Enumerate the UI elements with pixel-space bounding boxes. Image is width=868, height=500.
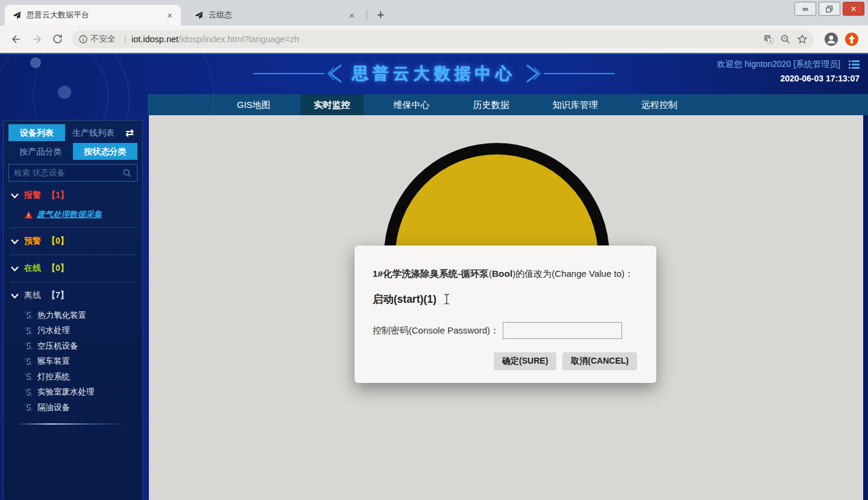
unlink-icon (24, 326, 33, 335)
offline-device-item[interactable]: 隔油设备 (24, 400, 137, 416)
password-row: 控制密码(Console Password)： (373, 322, 638, 339)
unlink-icon (24, 372, 33, 381)
dialog-buttons: 确定(SURE) 取消(CANCEL) (373, 352, 638, 370)
close-tab-icon[interactable]: × (165, 10, 175, 21)
tree-group-online[interactable]: 在线 【0】 (11, 261, 137, 276)
console-password-input[interactable] (503, 322, 622, 339)
tree-group-alarm[interactable]: 报警 【1】 (11, 188, 137, 203)
offline-device-item[interactable]: 灯控系统 (24, 369, 137, 385)
url-path: /idosp/index.html?language=zh (178, 34, 299, 44)
device-label: 实验室废水处理 (37, 387, 95, 397)
nav-item-remote[interactable]: 远程控制 (628, 94, 691, 115)
device-search-box (8, 164, 137, 182)
tab-title: 云组态 (209, 10, 347, 21)
tab-by-status[interactable]: 按状态分类 (73, 143, 137, 160)
dialog-message: 1#化学洗涤除臭系统-循环泵(Bool)的值改为(Change Value to… (373, 267, 638, 280)
group-count: 【0】 (47, 236, 69, 247)
datetime-text: 2020-06-03 17:13:07 (717, 74, 860, 83)
left-pane: 设备列表 生产线列表 ⇄ 按产品分类 按状态分类 (0, 115, 149, 500)
alarm-device-item[interactable]: 废气处理数据采集 (24, 207, 137, 222)
offline-device-item[interactable]: 实验室废水处理 (24, 385, 137, 400)
browser-tab-inactive[interactable]: 云组态 × (187, 5, 363, 25)
group-count: 【0】 (47, 263, 69, 274)
tab-by-product[interactable]: 按产品分类 (8, 143, 73, 160)
group-label: 在线 (24, 263, 41, 274)
device-label: 隔油设备 (37, 402, 70, 413)
tab-production-line-list[interactable]: 生产线列表 (65, 124, 122, 141)
browser-toolbar: 不安全 | iot.idosp.net/idosp/index.html?lan… (0, 25, 868, 53)
device-label: 污水处理 (37, 325, 70, 336)
profile-avatar-icon[interactable] (821, 29, 841, 49)
group-label: 预警 (24, 236, 41, 247)
cancel-button[interactable]: 取消(CANCEL) (562, 352, 637, 370)
search-input[interactable] (14, 168, 122, 177)
menu-list-icon[interactable] (849, 60, 860, 69)
group-count: 【7】 (47, 290, 69, 301)
divider (10, 227, 136, 228)
page-title: 思普云大数据中心 (352, 63, 516, 84)
welcome-text: 欢迎您 hignton2020 [系统管理员] (717, 59, 840, 70)
address-bar[interactable]: 不安全 | iot.idosp.net/idosp/index.html?lan… (72, 30, 814, 48)
restore-button[interactable] (819, 2, 840, 16)
offline-device-item[interactable]: 热力氧化装置 (24, 308, 137, 323)
tab-device-list[interactable]: 设备列表 (8, 124, 65, 141)
chevron-down-icon[interactable] (11, 293, 24, 299)
tree-group-offline[interactable]: 离线 【7】 (11, 288, 137, 303)
password-label: 控制密码(Console Password)： (373, 325, 499, 337)
forward-icon[interactable] (27, 29, 47, 49)
group-label: 离线 (24, 290, 41, 301)
new-value-text: 启动(start)(1) (373, 292, 436, 306)
nav-item-history[interactable]: 历史数据 (460, 94, 523, 115)
app-favicon-icon (194, 10, 204, 20)
group-count: 【1】 (47, 190, 69, 201)
offline-device-item[interactable]: 污水处理 (24, 323, 137, 339)
value-type: Bool (492, 268, 512, 279)
reload-icon[interactable] (47, 29, 68, 49)
divider (10, 282, 136, 282)
minimize-button[interactable] (794, 2, 816, 16)
divider (10, 255, 136, 255)
swap-icon[interactable]: ⇄ (122, 127, 137, 139)
search-icon[interactable] (122, 168, 132, 178)
title-right-decoration (524, 63, 615, 84)
tab-divider (366, 10, 367, 21)
new-tab-button[interactable]: + (371, 7, 391, 23)
browser-tab-strip: 思普云大数据平台 × 云组态 × + ✕ (0, 0, 868, 25)
chevron-down-icon[interactable] (11, 266, 24, 271)
group-label: 报警 (24, 190, 41, 201)
zoom-icon[interactable] (780, 34, 791, 45)
alarm-warning-icon (24, 210, 33, 219)
close-tab-icon[interactable]: × (347, 10, 357, 21)
svg-text:A: A (769, 39, 772, 43)
unlink-icon (24, 388, 33, 397)
close-window-button[interactable]: ✕ (843, 2, 864, 16)
offline-device-item[interactable]: 空压机设备 (24, 338, 137, 354)
back-icon[interactable] (6, 29, 27, 49)
offline-device-item[interactable]: 猴车装置 (24, 354, 137, 370)
sidebar-tabs-row2: 按产品分类 按状态分类 (8, 143, 137, 160)
sure-button[interactable]: 确定(SURE) (494, 352, 556, 370)
alarm-device-link[interactable]: 废气处理数据采集 (37, 209, 102, 220)
nav-item-knowledge[interactable]: 知识库管理 (539, 94, 611, 115)
url-separator: | (124, 34, 127, 44)
chevron-down-icon[interactable] (11, 239, 24, 244)
translate-icon[interactable]: 文A (763, 34, 774, 45)
nav-item-realtime[interactable]: 实时监控 (301, 94, 363, 115)
tree-group-warning[interactable]: 预警 【0】 (11, 233, 137, 249)
window-controls: ✕ (794, 2, 864, 16)
unlink-icon (24, 341, 33, 350)
extension-icon[interactable] (841, 29, 862, 49)
chevron-down-icon[interactable] (11, 193, 24, 198)
info-icon[interactable] (78, 34, 88, 44)
screen: 思普云大数据平台 × 云组态 × + ✕ (0, 0, 868, 500)
url-host: iot.idosp.net (131, 34, 178, 44)
device-sidebar: 设备列表 生产线列表 ⇄ 按产品分类 按状态分类 (3, 120, 143, 500)
url-text: iot.idosp.net/idosp/index.html?language=… (131, 34, 757, 44)
nav-item-maintenance[interactable]: 维保中心 (380, 94, 443, 115)
device-label: 热力氧化装置 (37, 310, 86, 321)
web-page: 思普云大数据中心 欢迎您 hignton2020 [系统管理员] 2020-06… (0, 53, 868, 500)
browser-tab-active[interactable]: 思普云大数据平台 × (5, 5, 181, 25)
unlink-icon (24, 357, 33, 366)
nav-item-gis[interactable]: GIS地图 (224, 94, 284, 115)
bookmark-star-icon[interactable] (797, 34, 808, 45)
